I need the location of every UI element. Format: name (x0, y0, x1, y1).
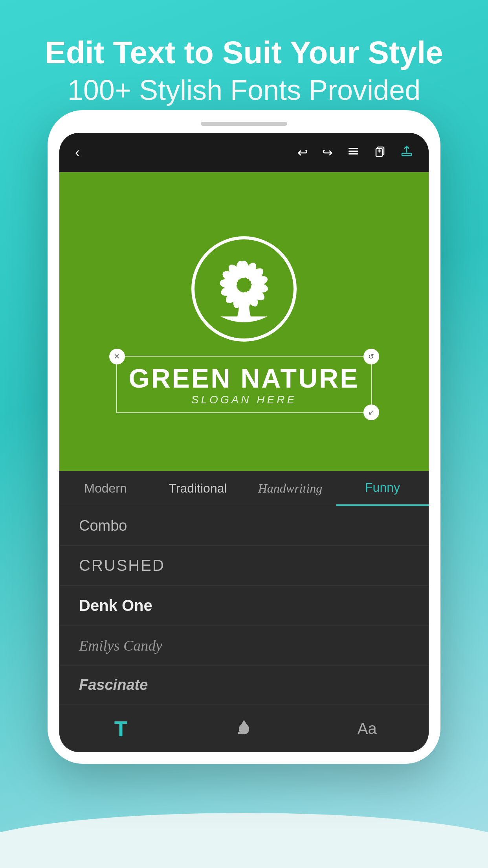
rotate-handle[interactable]: ↺ (363, 349, 379, 364)
app-toolbar: ‹ ↩ ↪ (59, 133, 429, 172)
font-item-denkone[interactable]: Denk One (59, 586, 429, 626)
tab-funny[interactable]: Funny (336, 471, 429, 506)
logo-slogan-text[interactable]: SLOGAN HERE (191, 394, 297, 406)
undo-button[interactable]: ↩ (297, 145, 308, 160)
back-button[interactable]: ‹ (75, 144, 80, 160)
text-color-icon: T (114, 716, 128, 741)
export-button[interactable] (400, 145, 413, 160)
svg-rect-0 (349, 148, 358, 149)
font-item-emilycandy[interactable]: Emilys Candy (59, 626, 429, 666)
bottom-toolbar: T Aa (59, 705, 429, 752)
copy-button[interactable] (374, 145, 386, 160)
tab-handwriting[interactable]: Handwriting (244, 471, 336, 506)
phone-notch (201, 122, 287, 126)
text-color-tool[interactable]: T (59, 716, 182, 741)
svg-rect-1 (349, 151, 358, 152)
scale-handle[interactable]: ↙ (363, 405, 379, 420)
text-selection-box[interactable]: ✕ ↺ GREEN NATURE SLOGAN HERE ↙ (116, 356, 372, 413)
font-tabs: Modern Traditional Handwriting Funny (59, 471, 429, 506)
tab-modern[interactable]: Modern (59, 471, 152, 506)
logo-main-text[interactable]: GREEN NATURE (129, 363, 360, 394)
svg-rect-2 (349, 153, 358, 154)
page-subtitle: 100+ Stylish Fonts Provided (0, 74, 488, 106)
canvas-area[interactable]: ✕ ↺ GREEN NATURE SLOGAN HERE ↙ (59, 172, 429, 471)
svg-point-8 (193, 238, 295, 340)
font-item-combo[interactable]: Combo (59, 506, 429, 546)
font-size-tool[interactable]: Aa (306, 720, 429, 737)
fill-color-icon (235, 717, 253, 740)
font-item-fascinate[interactable]: Fascinate (59, 666, 429, 705)
page-title: Edit Text to Suit Your Style (0, 35, 488, 70)
close-handle[interactable]: ✕ (109, 349, 125, 364)
layers-button[interactable] (347, 145, 360, 160)
font-item-crushed[interactable]: CRUSHED (59, 546, 429, 586)
svg-rect-7 (402, 153, 411, 156)
font-size-icon: Aa (358, 720, 377, 737)
fill-color-tool[interactable] (182, 717, 305, 740)
tab-traditional[interactable]: Traditional (152, 471, 244, 506)
tree-logo (185, 230, 303, 348)
font-list: Combo CRUSHED Denk One Emilys Candy Fasc… (59, 506, 429, 705)
redo-button[interactable]: ↪ (322, 145, 333, 160)
swoosh-decoration (0, 813, 488, 868)
phone-mockup: ‹ ↩ ↪ (48, 110, 440, 764)
